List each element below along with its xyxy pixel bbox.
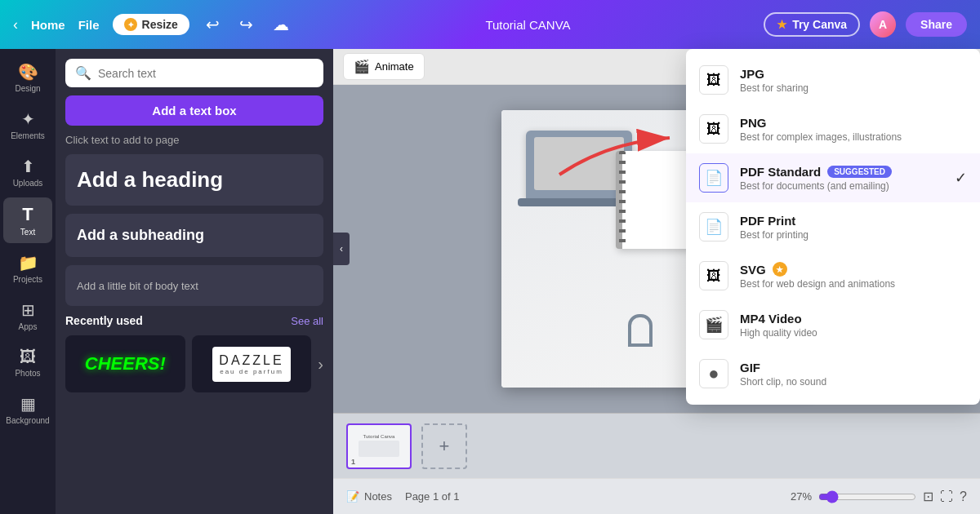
sidebar-label-text: Text <box>20 228 35 237</box>
try-canva-button[interactable]: ★ Try Canva <box>764 12 860 37</box>
resize-button[interactable]: ✦ Resize <box>113 14 189 35</box>
fit-to-screen-button[interactable]: ⊡ <box>923 489 933 504</box>
pdf-standard-icon: 📄 <box>699 163 728 193</box>
notes-button[interactable]: 📝 Notes <box>346 490 392 503</box>
png-desc: Best for complex images, illustrations <box>740 131 967 143</box>
gif-title: GIF <box>740 361 967 374</box>
menu-item-gif[interactable]: ● GIF Short clip, no sound <box>686 349 980 398</box>
sidebar-item-design[interactable]: 🎨 Design <box>3 55 52 100</box>
recently-used-header: Recently used See all <box>65 314 323 327</box>
sidebar-label-projects: Projects <box>13 275 42 284</box>
animate-button[interactable]: 🎬 Animate <box>343 53 425 80</box>
apps-icon: ⊞ <box>21 300 35 320</box>
projects-icon: 📁 <box>18 253 38 273</box>
left-panel: 🔍 Add a text box Click text to add to pa… <box>56 49 333 514</box>
sidebar-label-design: Design <box>15 84 40 93</box>
filmstrip: Tutorial Canva 1 + <box>333 413 980 478</box>
search-icon: 🔍 <box>75 65 91 81</box>
svg-content: SVG ★ Best for web design and animations <box>740 262 967 290</box>
collapse-panel-button[interactable]: ‹ <box>333 233 350 265</box>
main-layout: 🎨 Design ✦ Elements ⬆ Uploads T Text 📁 P… <box>0 49 980 514</box>
svg-desc: Best for web design and animations <box>740 278 967 290</box>
user-avatar[interactable]: A <box>870 11 896 38</box>
jpg-icon: 🖼 <box>699 65 728 95</box>
sidebar-item-projects[interactable]: 📁 Projects <box>3 246 52 290</box>
font-preview-dazzle[interactable]: DAZZLE eau de parfum <box>192 335 312 392</box>
font-preview-cheers[interactable]: CHEERS! <box>65 335 185 392</box>
click-hint-text: Click text to add to page <box>65 134 323 146</box>
notes-icon: 📝 <box>346 490 359 503</box>
menu-item-pdf-print[interactable]: 📄 PDF Print Best for printing <box>686 202 980 251</box>
menu-item-jpg[interactable]: 🖼 JPG Best for sharing <box>686 55 980 104</box>
animate-icon: 🎬 <box>354 59 370 74</box>
heading-medium-item[interactable]: Add a subheading <box>65 214 323 257</box>
pdf-print-title: PDF Print <box>740 214 967 228</box>
sidebar-item-elements[interactable]: ✦ Elements <box>3 103 52 147</box>
mp4-title: MP4 Video <box>740 312 967 326</box>
search-bar[interactable]: 🔍 <box>65 59 323 87</box>
sidebar-label-background: Background <box>6 416 49 425</box>
svg-icon: 🖼 <box>699 261 728 290</box>
gif-desc: Short clip, no sound <box>740 376 967 388</box>
svg-premium-icon: ★ <box>773 262 787 277</box>
sidebar-label-apps: Apps <box>19 322 38 331</box>
pdf-print-desc: Best for printing <box>740 229 967 241</box>
help-button[interactable]: ? <box>960 490 967 504</box>
bottom-bar: 📝 Notes Page 1 of 1 27% ⊡ ⛶ ? <box>333 478 980 514</box>
scroll-right-btn[interactable]: › <box>318 335 323 392</box>
heading-large-item[interactable]: Add a heading <box>65 154 323 206</box>
nav-right: ★ Try Canva A Share <box>764 11 967 38</box>
fullscreen-button[interactable]: ⛶ <box>940 490 953 504</box>
resize-icon: ✦ <box>124 18 137 31</box>
slide-thumbnail-1[interactable]: Tutorial Canva 1 <box>346 423 412 469</box>
slide-number: 1 <box>351 458 355 466</box>
search-input[interactable] <box>98 67 314 80</box>
binder-clip <box>628 314 653 347</box>
pdf-standard-desc: Best for documents (and emailing) <box>740 180 967 192</box>
see-all-link[interactable]: See all <box>291 315 323 327</box>
menu-item-pdf-standard[interactable]: 📄 PDF Standard SUGGESTED Best for docume… <box>686 153 980 202</box>
zoom-controls: 27% ⊡ ⛶ ? <box>791 489 967 504</box>
background-icon: ▦ <box>20 394 36 414</box>
redo-button[interactable]: ↪ <box>236 11 256 38</box>
red-arrow <box>543 126 690 191</box>
heading-medium-text: Add a subheading <box>77 227 204 243</box>
menu-item-png[interactable]: 🖼 PNG Best for complex images, illustrat… <box>686 104 980 153</box>
export-dropdown-menu: 🖼 JPG Best for sharing 🖼 PNG Best for co… <box>686 49 980 405</box>
sidebar-item-uploads[interactable]: ⬆ Uploads <box>3 150 52 194</box>
file-button[interactable]: File <box>78 18 100 32</box>
png-title: PNG <box>740 116 967 130</box>
zoom-slider[interactable] <box>818 490 916 503</box>
cheers-text: CHEERS! <box>85 353 166 374</box>
menu-item-svg[interactable]: 🖼 SVG ★ Best for web design and animatio… <box>686 251 980 300</box>
cloud-save-button[interactable]: ☁ <box>270 11 292 38</box>
sidebar-label-elements: Elements <box>11 131 45 140</box>
sidebar-item-text[interactable]: T Text <box>3 197 52 243</box>
sidebar-item-background[interactable]: ▦ Background <box>3 388 52 432</box>
pdf-print-icon: 📄 <box>699 212 728 241</box>
elements-icon: ✦ <box>21 109 35 129</box>
menu-item-mp4[interactable]: 🎬 MP4 Video High quality video <box>686 300 980 349</box>
home-button[interactable]: Home <box>31 18 65 32</box>
heading-small-text: Add a little bit of body text <box>77 280 198 292</box>
mp4-content: MP4 Video High quality video <box>740 312 967 339</box>
mp4-desc: High quality video <box>740 327 967 339</box>
top-nav: ‹ Home File ✦ Resize ↩ ↪ ☁ Tutorial CANV… <box>0 0 980 49</box>
share-button[interactable]: Share <box>906 12 967 37</box>
sidebar-item-photos[interactable]: 🖼 Photos <box>3 341 52 384</box>
undo-button[interactable]: ↩ <box>203 11 223 38</box>
nav-center: Tutorial CANVA <box>305 18 751 32</box>
sidebar-label-uploads: Uploads <box>13 179 43 188</box>
add-slide-button[interactable]: + <box>421 423 467 469</box>
pdf-print-content: PDF Print Best for printing <box>740 214 967 241</box>
heading-small-item[interactable]: Add a little bit of body text <box>65 265 323 306</box>
design-icon: 🎨 <box>18 62 38 82</box>
back-chevron-icon[interactable]: ‹ <box>13 16 18 33</box>
document-title: Tutorial CANVA <box>485 18 570 32</box>
mp4-icon: 🎬 <box>699 310 728 339</box>
star-icon: ★ <box>777 18 787 31</box>
png-content: PNG Best for complex images, illustratio… <box>740 116 967 143</box>
svg-title: SVG ★ <box>740 262 967 277</box>
sidebar-item-apps[interactable]: ⊞ Apps <box>3 294 52 338</box>
add-text-button[interactable]: Add a text box <box>65 95 323 126</box>
